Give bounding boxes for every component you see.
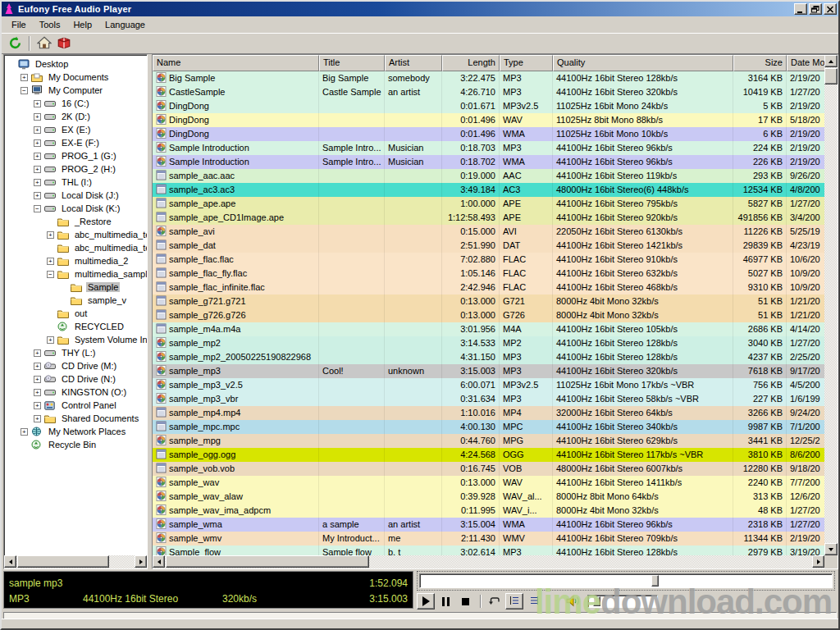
seek-slider[interactable]: [417, 571, 835, 591]
list-vertical-scrollbar[interactable]: [824, 55, 838, 555]
table-row[interactable]: sample_mp4.mp41:10.016MP432000Hz 16bit S…: [153, 406, 831, 420]
scroll-down-button[interactable]: [824, 543, 838, 555]
tree-expand-icon[interactable]: +: [34, 389, 41, 396]
tree-item[interactable]: +My Documents: [4, 71, 147, 84]
menu-help[interactable]: Help: [66, 18, 98, 31]
tree-expand-icon[interactable]: +: [34, 100, 41, 107]
play-button[interactable]: [417, 593, 435, 609]
tree-item[interactable]: +My Network Places: [4, 425, 147, 438]
column-header-quality[interactable]: Quality: [553, 55, 733, 71]
tree-expand-icon[interactable]: +: [34, 179, 41, 186]
tree-expand-icon[interactable]: +: [34, 376, 41, 383]
tree-item[interactable]: +THY (L:): [4, 346, 147, 359]
scroll-left-button[interactable]: [153, 555, 165, 568]
table-row[interactable]: sample_g726.g7260:13.000G7268000Hz 4bit …: [153, 308, 831, 322]
tree-expand-icon[interactable]: +: [34, 363, 41, 370]
tree-item[interactable]: Desktop: [4, 57, 147, 71]
table-row[interactable]: Sample_flowSample flowb. t3:02.614MP3441…: [153, 546, 831, 555]
pause-button[interactable]: [436, 593, 454, 609]
column-header-size[interactable]: Size: [733, 55, 787, 71]
volume-button[interactable]: [566, 595, 582, 608]
tree-expand-icon[interactable]: +: [34, 402, 41, 409]
tree-item[interactable]: +EX (E:): [4, 123, 147, 136]
table-row[interactable]: CastleSampleCastle Samplean artist4:26.7…: [153, 85, 831, 99]
tree-expand-icon[interactable]: +: [21, 428, 28, 436]
tree-horizontal-scrollbar[interactable]: [4, 555, 147, 568]
tree-collapse-icon[interactable]: −: [47, 271, 54, 278]
scroll-thumb[interactable]: [17, 555, 109, 568]
tree-item[interactable]: abc_multimedia_tes: [4, 241, 147, 254]
tree-expand-icon[interactable]: +: [34, 139, 41, 147]
volume-track[interactable]: [587, 595, 658, 608]
tree-item[interactable]: +PROG_2 (H:): [4, 162, 147, 176]
table-row[interactable]: DingDong0:01.671MP3v2.511025Hz 16bit Mon…: [153, 99, 831, 113]
volume-thumb[interactable]: [593, 596, 600, 606]
tree-item[interactable]: +16 (C:): [4, 97, 147, 110]
table-row[interactable]: sample_ape.ape1:00.000APE44100Hz 16bit S…: [153, 197, 831, 211]
playlist-repeat-button[interactable]: [505, 593, 523, 609]
tree-item[interactable]: +PROG_1 (G:): [4, 149, 147, 162]
tree-expand-icon[interactable]: +: [34, 166, 41, 173]
table-row[interactable]: sample_flac_infinite.flac2:42.946FLAC441…: [153, 281, 831, 294]
close-button[interactable]: [824, 3, 837, 15]
tree-item[interactable]: +Shared Documents: [4, 412, 147, 425]
seek-track[interactable]: [419, 573, 833, 588]
table-row[interactable]: Sample IntroductionSample Intro...Musici…: [153, 155, 831, 169]
scroll-thumb[interactable]: [166, 555, 369, 568]
table-row[interactable]: sample_wav0:13.000WAV44100Hz 16bit Stere…: [153, 476, 831, 490]
list-horizontal-scrollbar[interactable]: [153, 555, 824, 568]
tree-item[interactable]: +THL (I:): [4, 176, 147, 189]
table-row[interactable]: sample_mp3_v2.56:00.071MP3v2.511025Hz 16…: [153, 378, 831, 392]
tree-item[interactable]: +System Volume Info: [4, 333, 147, 346]
tree-item[interactable]: out: [4, 307, 147, 320]
restore-button[interactable]: [809, 3, 822, 15]
table-row[interactable]: sample_g721.g7210:13.000G7218000Hz 4bit …: [153, 294, 831, 308]
tree-item[interactable]: +2K (D:): [4, 110, 147, 123]
table-row[interactable]: Sample IntroductionSample Intro...Musici…: [153, 141, 831, 155]
table-row[interactable]: sample_wav_alaw0:39.928WAV_al...8000Hz 8…: [153, 490, 831, 504]
tree-collapse-icon[interactable]: −: [21, 87, 28, 94]
table-row[interactable]: DingDong0:01.496WAV11025Hz 8bit Mono 88k…: [153, 113, 831, 127]
table-row[interactable]: Big SampleBig Samplesomebody3:22.475MP34…: [153, 71, 831, 85]
tree-expand-icon[interactable]: +: [47, 336, 54, 344]
stop-button[interactable]: [456, 593, 474, 609]
tree-item[interactable]: Recycle Bin: [4, 438, 147, 451]
table-row[interactable]: DingDong0:01.496WMA11025Hz 16bit Mono 10…: [153, 127, 831, 141]
tree-item[interactable]: sample_v: [4, 294, 147, 307]
tree-expand-icon[interactable]: +: [34, 126, 41, 134]
tree-item[interactable]: +CD Drive (N:): [4, 372, 147, 386]
tree-expand-icon[interactable]: +: [34, 153, 41, 160]
scroll-thumb[interactable]: [824, 68, 838, 84]
table-row[interactable]: sample_avi0:15.000AVI22050Hz 16bit Stere…: [153, 225, 831, 239]
table-row[interactable]: sample_mpc.mpc4:00.130MPC44100Hz 16bit S…: [153, 420, 831, 434]
table-row[interactable]: sample_mp3Cool!unknown3:15.003MP344100Hz…: [153, 364, 831, 378]
table-row[interactable]: sample_wmaa samplean artist3:15.004WMA44…: [153, 518, 831, 532]
tree-item[interactable]: RECYCLED: [4, 320, 147, 333]
minimize-button[interactable]: [794, 3, 807, 15]
table-row[interactable]: sample_ogg.ogg4:24.568OGG44100Hz 16bit S…: [153, 448, 831, 462]
column-header-title[interactable]: Title: [319, 55, 385, 71]
table-row[interactable]: sample_wmvMy Introduct...me2:11.430WMV44…: [153, 532, 831, 546]
tree-item[interactable]: +KINGSTON (O:): [4, 386, 147, 399]
tree-item[interactable]: −Local Disk (K:): [4, 202, 147, 215]
column-header-artist[interactable]: Artist: [385, 55, 442, 71]
table-row[interactable]: sample_flac_fly.flac1:05.146FLAC44100Hz …: [153, 267, 831, 281]
tree-expand-icon[interactable]: +: [34, 349, 41, 357]
tree-item[interactable]: +multimedia_2: [4, 254, 147, 267]
tree-item[interactable]: +abc_multimedia_tes: [4, 228, 147, 241]
table-row[interactable]: sample_mp3_vbr0:31.634MP344100Hz 16bit S…: [153, 392, 831, 406]
scroll-left-button[interactable]: [4, 555, 16, 568]
seek-thumb[interactable]: [651, 575, 659, 587]
home-button[interactable]: [34, 34, 54, 52]
table-row[interactable]: sample_aac.aac0:19.000AAC44100Hz 16bit S…: [153, 169, 831, 183]
tree-item[interactable]: +EX-E (F:): [4, 136, 147, 149]
tree-expand-icon[interactable]: +: [34, 113, 41, 121]
menu-language[interactable]: Language: [98, 18, 152, 31]
table-row[interactable]: sample_flac.flac7:02.880FLAC44100Hz 16bi…: [153, 253, 831, 267]
tree-expand-icon[interactable]: +: [21, 74, 28, 81]
tree-expand-icon[interactable]: +: [47, 231, 54, 239]
tree-collapse-icon[interactable]: −: [34, 205, 41, 212]
volume-slider[interactable]: [587, 595, 658, 608]
menu-file[interactable]: File: [5, 18, 33, 31]
table-row[interactable]: sample_vob.vob0:16.745VOB48000Hz 16bit S…: [153, 462, 831, 476]
